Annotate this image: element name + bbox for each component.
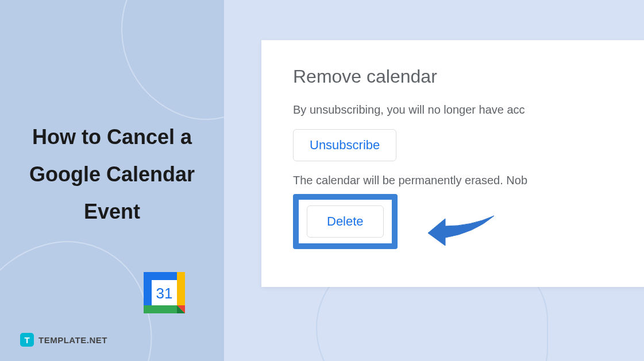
brand-name: TEMPLATE.NET [38,335,107,345]
calendar-day-number: 31 [156,285,173,302]
unsubscribe-button[interactable]: Unsubscribe [293,129,396,161]
dialog-heading: Remove calendar [293,66,632,87]
brand-logo: T TEMPLATE.NET [20,333,107,347]
remove-calendar-dialog: Remove calendar By unsubscribing, you wi… [261,40,644,287]
article-title: How to Cancel a Google Calendar Event [23,119,201,230]
unsubscribe-description: By unsubscribing, you will no longer hav… [293,103,632,117]
right-panel: Remove calendar By unsubscribing, you wi… [224,0,644,361]
pointer-arrow-icon [419,210,500,250]
google-calendar-icon: 31 [139,267,190,318]
delete-highlight-box: Delete [293,194,398,249]
delete-button[interactable]: Delete [307,205,384,238]
brand-icon: T [20,333,34,347]
delete-description: The calendar will be permanently erased.… [293,174,632,187]
left-panel: How to Cancel a Google Calendar Event 31… [0,0,224,361]
